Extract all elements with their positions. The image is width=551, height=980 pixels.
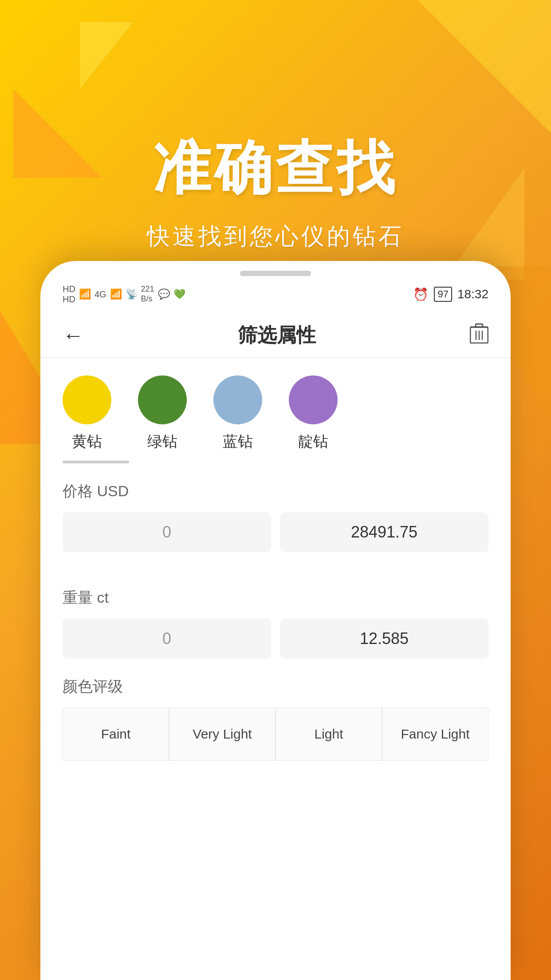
- back-button[interactable]: ←: [63, 323, 84, 348]
- status-left: HDHD 📶 4G 📶 📡 221B/s 💬 💚: [63, 284, 185, 304]
- weight-input-row: 0 12.585: [63, 619, 488, 659]
- nav-bar: ← 筛选属性: [40, 313, 511, 358]
- price-label: 价格 USD: [63, 481, 488, 502]
- notch-bar: [240, 271, 311, 276]
- color-rating-faint[interactable]: Faint: [63, 707, 169, 761]
- price-max-value: 28491.75: [351, 523, 417, 541]
- signal-bars-2: 📶: [110, 288, 122, 300]
- svg-rect-2: [476, 324, 483, 327]
- tab-green-diamond[interactable]: 绿钻: [138, 375, 187, 452]
- color-rating-light-label: Light: [314, 727, 343, 742]
- color-rating-faint-label: Faint: [101, 727, 131, 742]
- tab-yellow-diamond[interactable]: 黄钻: [63, 375, 111, 452]
- hero-title: 准确查找: [153, 130, 398, 208]
- yellow-diamond-label: 黄钻: [72, 431, 102, 452]
- data-speed: 221B/s: [141, 285, 154, 304]
- color-rating-light[interactable]: Light: [276, 707, 382, 761]
- color-rating-section: 颜色评级 Faint Very Light Light Fancy Light: [40, 659, 511, 761]
- blue-diamond-label: 蓝钻: [223, 431, 253, 452]
- weight-min-input[interactable]: 0: [63, 619, 271, 659]
- weight-max-input[interactable]: 12.585: [280, 619, 488, 659]
- alarm-icon: ⏰: [413, 287, 429, 302]
- weight-section: 重量 ct 0 12.585: [40, 570, 511, 659]
- purple-diamond-circle: [289, 375, 338, 424]
- green-diamond-label: 绿钻: [147, 431, 177, 452]
- color-rating-fancy-light-label: Fancy Light: [401, 727, 469, 742]
- network-indicator: HDHD: [63, 284, 75, 304]
- price-min-value: 0: [162, 523, 171, 541]
- wechat-icon: 💚: [173, 288, 185, 300]
- message-icon: 💬: [158, 288, 170, 300]
- price-min-input[interactable]: 0: [63, 512, 271, 552]
- color-rating-very-light[interactable]: Very Light: [169, 707, 276, 761]
- wifi-icon: 📡: [126, 288, 138, 300]
- status-bar: HDHD 📶 4G 📶 📡 221B/s 💬 💚 ⏰ 97 18:32: [40, 276, 511, 309]
- weight-label: 重量 ct: [63, 588, 488, 608]
- battery-indicator: 97: [434, 287, 452, 302]
- price-input-row: 0 28491.75: [63, 512, 488, 552]
- hero-subtitle: 快速找到您心仪的钻石: [147, 221, 404, 252]
- weight-min-value: 0: [162, 629, 171, 648]
- tab-blue-diamond[interactable]: 蓝钻: [213, 375, 262, 452]
- time-display: 18:32: [457, 287, 488, 301]
- phone-mockup: HDHD 📶 4G 📶 📡 221B/s 💬 💚 ⏰ 97 18:32 ← 筛选…: [40, 261, 511, 980]
- yellow-diamond-circle: [63, 375, 111, 424]
- purple-diamond-label: 靛钻: [298, 431, 328, 452]
- 4g-indicator: 4G: [94, 289, 106, 300]
- color-rating-fancy-light[interactable]: Fancy Light: [382, 707, 488, 761]
- battery-percentage: 97: [437, 288, 448, 300]
- color-rating-very-light-label: Very Light: [193, 727, 252, 742]
- color-rating-label: 颜色评级: [63, 676, 488, 697]
- status-right: ⏰ 97 18:32: [413, 287, 488, 302]
- tab-purple-diamond[interactable]: 靛钻: [289, 375, 338, 452]
- blue-diamond-circle: [213, 375, 262, 424]
- green-diamond-circle: [138, 375, 187, 424]
- signal-bars: 📶: [79, 288, 91, 300]
- weight-max-value: 12.585: [360, 629, 409, 648]
- color-rating-grid: Faint Very Light Light Fancy Light: [63, 707, 488, 761]
- page-title: 筛选属性: [238, 322, 316, 348]
- diamond-tabs: 黄钻 绿钻 蓝钻 靛钻: [40, 358, 511, 452]
- price-max-input[interactable]: 28491.75: [280, 512, 488, 552]
- price-section: 价格 USD 0 28491.75: [40, 463, 511, 552]
- trash-button[interactable]: [470, 323, 488, 348]
